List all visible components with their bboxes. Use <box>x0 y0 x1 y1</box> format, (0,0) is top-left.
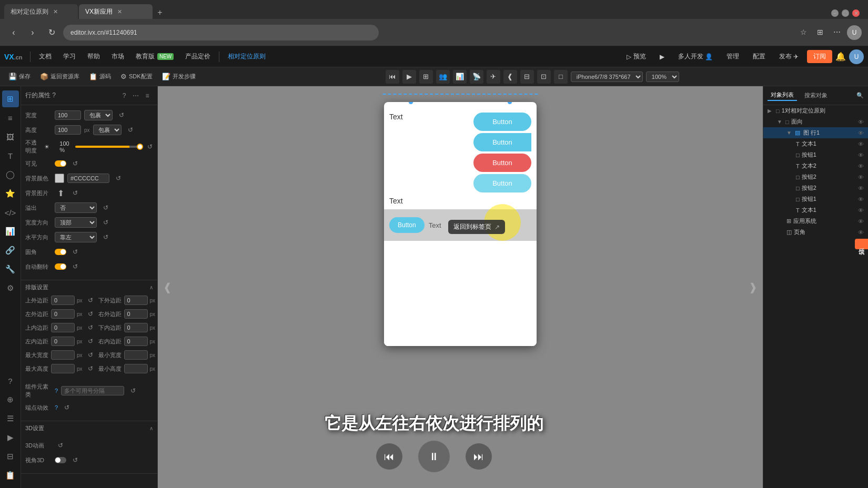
canvas-chevron-left[interactable]: ❰ <box>163 281 172 293</box>
next-btn[interactable]: ⏭ <box>466 443 492 470</box>
zoom-selector[interactable]: 100% <box>646 72 679 82</box>
toolbar-project[interactable]: 相对定位原则 <box>223 50 271 63</box>
notification-icon[interactable]: 🔔 <box>835 52 846 62</box>
anim-help[interactable]: ? <box>55 404 58 411</box>
height-reset-icon[interactable]: ↺ <box>125 124 136 136</box>
settings-icon[interactable]: ⋯ <box>830 25 844 39</box>
subel-input[interactable] <box>61 386 124 395</box>
strip-settings2[interactable]: ⚙ <box>2 280 19 297</box>
strip-images[interactable]: 🖼 <box>2 128 19 145</box>
overflow-select[interactable]: 否是 <box>55 202 97 213</box>
height-unit-select[interactable]: 包裹撑开px <box>93 125 122 135</box>
view2-btn[interactable]: ⊡ <box>537 70 551 84</box>
strip-layers[interactable]: ≡ <box>2 109 19 126</box>
ol-reset[interactable]: ↺ <box>85 308 96 320</box>
tab-2[interactable]: VX新应用 ✕ <box>79 4 153 19</box>
width-unit-select[interactable]: 包裹撑开px <box>84 110 113 120</box>
mxw-reset[interactable]: ↺ <box>85 349 96 361</box>
strip-connect[interactable]: 🔗 <box>2 242 19 259</box>
toolbar-help[interactable]: 帮助 <box>82 50 105 63</box>
strip-components[interactable]: ⊞ <box>2 90 19 107</box>
canvas-btn-3[interactable]: Button <box>473 154 531 172</box>
back-button[interactable]: ‹ <box>6 25 21 40</box>
panel-collapse-icon[interactable]: ≡ <box>142 90 153 101</box>
inner-right-input[interactable] <box>124 337 148 346</box>
tb-source[interactable]: 📋 源码 <box>85 71 115 82</box>
width-input[interactable] <box>55 110 81 120</box>
bookmark-icon[interactable]: ☆ <box>796 25 810 39</box>
device-selector[interactable]: iPhone6/7/8 375*667 <box>571 72 643 82</box>
send-btn[interactable]: ✈ <box>487 70 500 84</box>
outer-left-input[interactable] <box>51 309 75 319</box>
url-bar[interactable]: editor.ivx.cn/#11240691 <box>63 25 379 40</box>
autoflip-toggle[interactable] <box>55 263 66 270</box>
window-minimize[interactable]: − <box>831 9 839 17</box>
view-btn[interactable]: ⊟ <box>520 70 534 84</box>
feedback-button[interactable]: 反馈 <box>855 239 868 249</box>
visible-reset[interactable]: ↺ <box>69 158 81 169</box>
forward-button[interactable]: › <box>25 25 40 40</box>
appsys-eye-icon[interactable]: 👁 <box>858 218 864 225</box>
anim-reset[interactable]: ↺ <box>61 402 73 413</box>
outer-right-input[interactable] <box>124 309 148 319</box>
footer-eye-icon[interactable]: 👁 <box>858 229 864 236</box>
toolbar-manage[interactable]: 管理 <box>721 50 744 63</box>
canvas-btn-5[interactable]: Button <box>389 217 425 233</box>
btn1-eye-icon[interactable]: 👁 <box>858 152 864 158</box>
tb-sdk[interactable]: ⚙ SDK配置 <box>116 71 157 82</box>
text2-eye-icon[interactable]: 👁 <box>858 163 864 169</box>
prev-btn[interactable]: ⏮ <box>376 443 402 470</box>
tree-footer[interactable]: ◫ 页角 👁 <box>763 227 868 238</box>
strip-shapes[interactable]: ◯ <box>2 166 19 183</box>
autoflip-reset[interactable]: ↺ <box>69 261 81 272</box>
subscribe-button[interactable]: 订阅 <box>807 50 832 63</box>
ot-reset[interactable]: ↺ <box>85 294 96 306</box>
overflow-reset[interactable]: ↺ <box>100 202 112 214</box>
layouth-reset[interactable]: ↺ <box>100 231 112 243</box>
layouth-select[interactable]: 靠左居中靠右 <box>55 232 97 242</box>
tb-devstep[interactable]: 📝 开发步骤 <box>158 71 200 82</box>
tab-add-button[interactable]: + <box>154 6 166 19</box>
btn1b-eye-icon[interactable]: 👁 <box>858 196 864 202</box>
strip-code[interactable]: </> <box>2 204 19 221</box>
max-height-input[interactable] <box>51 364 75 373</box>
toolbar-doc[interactable]: 文档 <box>34 50 57 63</box>
window-maximize[interactable]: □ <box>842 9 849 17</box>
tooltip-link-icon[interactable]: ↗ <box>494 223 500 231</box>
tree-face[interactable]: ▼ □ 面向 👁 <box>763 116 868 127</box>
row1-eye-icon[interactable]: 👁 <box>858 130 864 136</box>
tree-appsys[interactable]: ⊞ 应用系统 👁 <box>763 216 868 227</box>
app-user-avatar[interactable]: U <box>849 49 864 64</box>
collab-btn[interactable]: 👥 <box>436 70 450 84</box>
tree-btn2b[interactable]: □ 按钮2 👁 <box>763 182 868 194</box>
canvas-btn-1[interactable]: Button <box>473 113 531 131</box>
inner-bottom-input[interactable] <box>124 323 148 332</box>
tree-text1b[interactable]: T 文本1 👁 <box>763 205 868 216</box>
view3-btn[interactable]: □ <box>554 70 568 84</box>
border-reset[interactable]: ↺ <box>69 246 81 258</box>
face-eye-icon[interactable]: 👁 <box>858 119 864 125</box>
btn2a-eye-icon[interactable]: 👁 <box>858 174 864 180</box>
strip-bottom2[interactable]: ⊕ <box>2 391 19 408</box>
btn2b-eye-icon[interactable]: 👁 <box>858 185 864 191</box>
bgcolor-input[interactable] <box>67 174 109 183</box>
bgcolor-reset[interactable]: ↺ <box>113 172 124 184</box>
visible-toggle[interactable] <box>55 160 66 167</box>
tb-save[interactable]: 💾 保存 <box>4 71 35 82</box>
threed-section-header[interactable]: 3D设置 ∧ <box>21 421 157 435</box>
max-width-input[interactable] <box>51 350 75 360</box>
bgcolor-swatch[interactable] <box>55 174 64 183</box>
width-reset-icon[interactable]: ↺ <box>116 109 127 121</box>
subel-reset[interactable]: ↺ <box>127 385 139 396</box>
bgimg-reset[interactable]: ↺ <box>69 187 81 199</box>
outer-top-input[interactable] <box>51 296 75 305</box>
canvas-btn-4[interactable]: Button <box>473 174 531 192</box>
window-close[interactable]: ✕ <box>852 9 860 17</box>
strip-bottom1[interactable]: ? <box>2 372 19 389</box>
play-btn[interactable]: ▶ <box>402 70 416 84</box>
toolbar-pricing[interactable]: 产品定价 <box>180 50 216 63</box>
toolbar-preview[interactable]: ▷ 预览 <box>621 50 651 63</box>
tree-row1[interactable]: ▼ ▤ 图 行1 👁 <box>763 127 868 138</box>
toolbar-multi[interactable]: 多人开发 👤 <box>673 50 718 63</box>
toolbar-config[interactable]: 配置 <box>748 50 771 63</box>
